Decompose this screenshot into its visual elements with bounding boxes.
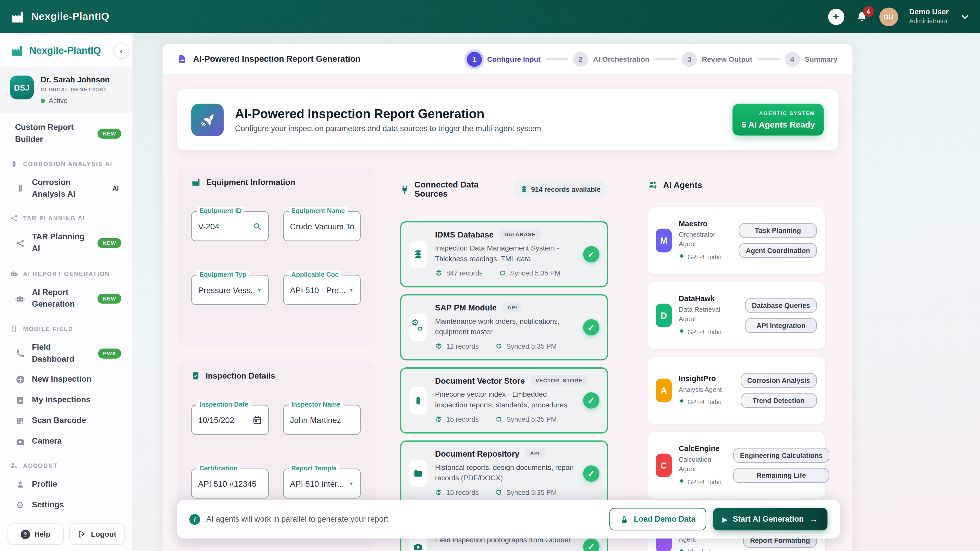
data-source-document-vector-store[interactable]: Document Vector Store VECTOR_STORE Pinec… [400, 367, 608, 433]
equipment-name-field[interactable]: Equipment Name Crude Vacuum To [283, 211, 361, 241]
brain-icon [409, 387, 427, 414]
calendar-icon[interactable] [252, 415, 262, 424]
data-source-sap-pm-module[interactable]: ⚙ ⚙ SAP PM Module API Maintenance work o… [400, 294, 608, 360]
report-template-select[interactable]: Report Templa API 510 Inter... ▼ [283, 468, 361, 499]
load-demo-data-button[interactable]: Load Demo Data [609, 508, 706, 530]
sidebar-brand-title: Nexgile-PlantIQ [29, 44, 101, 56]
source-description: Historical reports, design documents, re… [435, 462, 599, 484]
topbar-actions: 4 DU Demo User Administrator [828, 7, 970, 26]
brain-icon [10, 160, 18, 168]
sidebar-item-tar-planning-ai[interactable]: TAR Planning AI NEW [6, 227, 126, 259]
sidebar-nav: Custom Report Builder NEW CORROSION ANAL… [0, 113, 132, 516]
agent-role: Analysis Agent [679, 385, 726, 394]
page-header: AI-Powered Inspection Report Generation … [162, 44, 853, 75]
layers-icon [435, 415, 442, 422]
sidebar-item-field-dashboard[interactable]: Field Dashboard PWA [6, 337, 126, 370]
data-source-document-repository[interactable]: Document Repository API Historical repor… [400, 441, 608, 507]
synced-time: Synced 5:35 PM [506, 342, 557, 349]
equipment-id-field[interactable]: Equipment ID V-204 [191, 211, 269, 241]
ai-agents-column: AI Agents M Maestro Orchestrator Agent [648, 167, 825, 551]
step-configure-input[interactable]: 1 Configure Input [467, 52, 541, 67]
sidebar-user-card[interactable]: DSJ Dr. Sarah Johnson CLINICAL GENETICIS… [0, 68, 132, 113]
chevron-down-icon[interactable] [960, 11, 970, 21]
source-name: Document Vector Store [435, 376, 525, 385]
sidebar-item-settings[interactable]: ⚙ Settings [6, 495, 126, 515]
agent-avatar: A [655, 379, 672, 402]
robot-icon [10, 269, 18, 278]
pwa-badge: PWA [98, 348, 121, 359]
sidebar-item-profile[interactable]: Profile [6, 474, 126, 494]
hero-card: AI-Powered Inspection Report Generation … [177, 89, 838, 150]
data-sources-column: Connected Data Sources 914 records avail… [400, 167, 608, 551]
agent-tag: Task Planning [739, 223, 817, 238]
flask-icon [620, 514, 629, 524]
section-ai-report-generation: AI REPORT GENERATION [6, 269, 126, 278]
search-icon[interactable] [252, 221, 262, 231]
sidebar-brand: Nexgile-PlantIQ ‹ [0, 33, 132, 68]
section-tar-planning-ai: TAR PLANNING AI [6, 214, 126, 223]
records-available-badge: 914 records available [513, 181, 608, 197]
agent-card-calcengine[interactable]: C CalcEngine Calculation Agent GPT-4 Tur… [648, 432, 825, 499]
data-source-idms-database[interactable]: IDMS Database DATABASE Inspection Data M… [400, 221, 608, 287]
page-title: AI-Powered Inspection Report Generation [193, 54, 361, 64]
help-button[interactable]: ? Help [7, 524, 63, 545]
section-mobile-field: MOBILE FIELD [6, 325, 126, 333]
agent-tag: Engineering Calculations [733, 448, 829, 463]
clipboard-check-icon [191, 371, 200, 381]
check-icon: ✓ [583, 392, 600, 409]
user-menu[interactable]: Demo User Administrator [909, 8, 948, 25]
applicable-code-select[interactable]: Applicable Coc API 510 - Pre... ▼ [283, 275, 361, 305]
arrow-right-icon: → [809, 514, 818, 524]
play-icon: ▶ [722, 516, 727, 523]
inspector-name-field[interactable]: Inspector Name John Martinez [283, 405, 361, 435]
agent-model: Claude-3 [687, 548, 711, 551]
add-button[interactable] [828, 8, 844, 25]
folder-icon [409, 460, 427, 487]
source-name: IDMS Database [435, 230, 493, 239]
layers-icon [435, 488, 442, 495]
sidebar-item-my-inspections[interactable]: My Inspections [6, 390, 126, 410]
workflow-stepper: 1 Configure Input 2 AI Orchestration 3 R… [467, 52, 837, 67]
user-role: Administrator [909, 17, 948, 25]
action-bar: i AI agents will work in parallel to gen… [177, 500, 840, 538]
sidebar-item-camera[interactable]: Camera [6, 431, 126, 451]
step-review-output[interactable]: 3 Review Output [682, 52, 752, 67]
step-summary[interactable]: 4 Summary [785, 52, 838, 67]
status-label: Active [49, 97, 67, 104]
data-sources-header: Connected Data Sources 914 records avail… [400, 180, 608, 198]
chip-icon [679, 253, 684, 259]
sidebar-item-corrosion-analysis-ai[interactable]: Corrosion Analysis AI AI [6, 172, 126, 205]
sidebar-user-name: Dr. Sarah Johnson [41, 76, 110, 84]
brand-title: Nexgile-PlantIQ [31, 11, 109, 23]
sidebar-item-new-inspection[interactable]: New Inspection [6, 369, 126, 390]
sidebar-item-custom-report-builder[interactable]: Custom Report Builder NEW [6, 118, 126, 150]
card-title: Equipment Information [206, 178, 295, 187]
logout-button[interactable]: Logout [69, 524, 125, 545]
agent-model: GPT-4 Turbo [687, 478, 721, 486]
sidebar-item-scan-barcode[interactable]: Scan Barcode [6, 410, 126, 431]
user-avatar[interactable]: DU [879, 7, 898, 26]
sidebar-item-ai-report-generation[interactable]: AI Report Generation NEW [6, 283, 126, 315]
inspection-date-field[interactable]: Inspection Date 10/15/202 [191, 405, 269, 435]
notifications-button[interactable]: 4 [856, 10, 868, 23]
forms-column: Equipment Information Equipment ID V-204 [177, 167, 375, 548]
equipment-type-select[interactable]: Equipment Typ Pressure Vess... ▼ [191, 275, 269, 305]
record-count: 847 records [446, 269, 483, 276]
check-icon: ✓ [583, 246, 600, 262]
source-name: Document Repository [435, 449, 519, 458]
topbar: Nexgile-PlantIQ 4 DU Demo User Administr… [0, 0, 980, 33]
sidebar-collapse-button[interactable]: ‹ [114, 43, 129, 58]
agent-card-insightpro[interactable]: A InsightPro Analysis Agent GPT-4 Turbo [648, 357, 825, 424]
step-ai-orchestration[interactable]: 2 AI Orchestration [573, 52, 649, 67]
agent-card-datahawk[interactable]: D DataHawk Data Retrieval Agent GPT-4 Tu… [648, 282, 825, 349]
question-icon: ? [21, 530, 30, 539]
agent-card-maestro[interactable]: M Maestro Orchestrator Agent GPT-4 Turbo [648, 207, 825, 274]
agent-tag: Corrosion Analysis [740, 373, 817, 388]
hero-subtitle: Configure your inspection parameters and… [235, 124, 541, 133]
check-icon: ✓ [583, 465, 600, 482]
rocket-icon [191, 103, 224, 136]
certification-field[interactable]: Certification API 510 #12345 [191, 468, 269, 499]
start-ai-generation-button[interactable]: ▶ Start AI Generation → [713, 508, 828, 530]
record-count: 15 records [446, 415, 479, 422]
gear-icon: ⚙ [15, 500, 25, 510]
